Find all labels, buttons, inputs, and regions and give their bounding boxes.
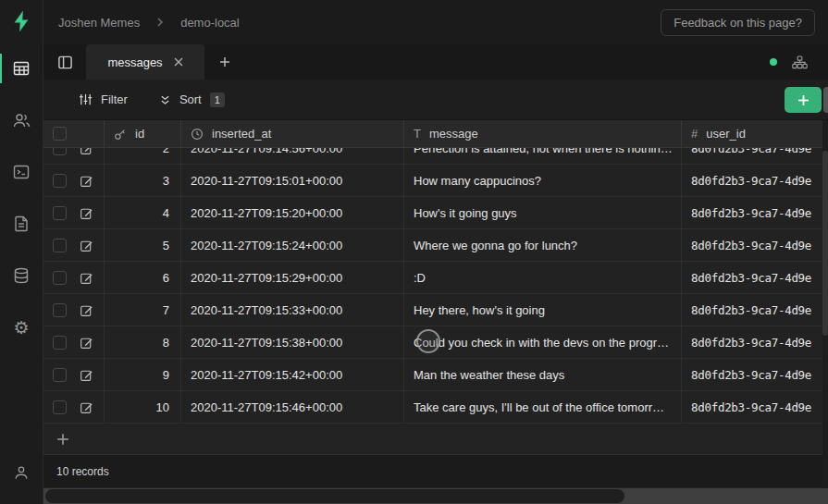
new-tab-button[interactable]	[204, 44, 245, 80]
sitemap-icon[interactable]	[792, 55, 808, 69]
cell-inserted-at[interactable]: 2020-11-27T09:15:38+00:00	[181, 326, 404, 358]
table-row[interactable]: 10 2020-11-27T09:15:46+00:00 Take care g…	[43, 391, 828, 424]
breadcrumb-project[interactable]: demo-local	[180, 16, 240, 30]
cell-user-id[interactable]: 8d0fd2b3-9ca7-4d9e	[682, 165, 828, 196]
select-all-checkbox[interactable]	[53, 127, 67, 141]
sidebar-item-settings[interactable]: ⚙	[0, 309, 43, 346]
table-icon	[12, 59, 31, 78]
supabase-logo-icon[interactable]	[9, 9, 33, 33]
cell-user-id[interactable]: 8d0fd2b3-9ca7-4d9e	[682, 294, 828, 326]
tab-close-icon[interactable]	[174, 57, 183, 67]
horizontal-scrollbar[interactable]	[43, 488, 828, 504]
cell-message[interactable]: Where we gonna go for lunch?	[404, 229, 682, 261]
filter-button[interactable]: Filter	[79, 92, 128, 106]
cell-id[interactable]: 6	[105, 262, 181, 293]
row-select-cell	[43, 294, 105, 326]
sidebar-item-docs[interactable]	[0, 205, 43, 242]
cell-message[interactable]: How many cappucinos?	[404, 165, 682, 196]
cell-inserted-at[interactable]: 2020-11-27T09:14:56+00:00	[181, 148, 404, 165]
table-row[interactable]: 8 2020-11-27T09:15:38+00:00 Could you ch…	[43, 326, 828, 359]
cell-id[interactable]: 2	[105, 148, 181, 165]
row-checkbox[interactable]	[53, 239, 67, 252]
edit-row-icon[interactable]	[80, 303, 93, 317]
edit-row-icon[interactable]	[80, 368, 93, 382]
column-header-inserted-at[interactable]: inserted_at	[181, 120, 404, 147]
cell-user-id[interactable]: 8d0fd2b3-9ca7-4d9e	[682, 262, 828, 293]
edit-row-icon[interactable]	[80, 206, 93, 220]
edit-row-icon[interactable]	[80, 400, 93, 414]
table-row[interactable]: 5 2020-11-27T09:15:24+00:00 Where we gon…	[43, 229, 828, 262]
table-row[interactable]: 2 2020-11-27T09:14:56+00:00 Perfection i…	[43, 148, 828, 165]
cell-user-id[interactable]: 8d0fd2b3-9ca7-4d9e	[682, 148, 828, 165]
cell-user-id[interactable]: 8d0fd2b3-9ca7-4d9e	[682, 359, 828, 390]
row-checkbox[interactable]	[53, 148, 67, 155]
cell-message[interactable]: How's it going guys	[404, 197, 682, 228]
cell-user-id[interactable]: 8d0fd2b3-9ca7-4d9e	[682, 326, 828, 358]
cell-inserted-at[interactable]: 2020-11-27T09:15:29+00:00	[181, 262, 404, 293]
sidebar-item-sql-editor[interactable]	[0, 154, 43, 191]
cell-id[interactable]: 3	[105, 165, 181, 196]
cell-id[interactable]: 5	[105, 229, 181, 261]
cell-inserted-at[interactable]: 2020-11-27T09:15:01+00:00	[181, 165, 404, 196]
cell-message[interactable]: :D	[404, 262, 682, 293]
row-checkbox[interactable]	[53, 174, 67, 188]
cell-id[interactable]: 10	[105, 391, 181, 423]
breadcrumb-org[interactable]: Joshen Memes	[58, 16, 140, 30]
column-header-user-id[interactable]: # user_id	[682, 120, 828, 147]
file-icon	[12, 215, 31, 233]
insert-row-button[interactable]	[785, 87, 822, 113]
add-row-button[interactable]	[43, 424, 828, 455]
cell-id[interactable]: 9	[105, 359, 181, 390]
vertical-scrollbar-thumb[interactable]	[822, 151, 828, 336]
horizontal-scrollbar-thumb[interactable]	[45, 489, 624, 503]
row-checkbox[interactable]	[53, 400, 67, 414]
sort-button[interactable]: Sort 1	[159, 92, 225, 107]
cell-user-id[interactable]: 8d0fd2b3-9ca7-4d9e	[682, 229, 828, 261]
table-row[interactable]: 6 2020-11-27T09:15:29+00:00 :D 8d0fd2b3-…	[43, 262, 828, 294]
column-header-message[interactable]: T message	[404, 120, 682, 147]
cell-message[interactable]: Hey there, how's it going	[404, 294, 682, 326]
cell-message[interactable]: Take care guys, I'll be out of the offic…	[404, 391, 682, 423]
edit-row-icon[interactable]	[80, 239, 93, 252]
tab-messages[interactable]: messages	[86, 44, 204, 80]
edit-row-icon[interactable]	[80, 174, 93, 188]
cell-inserted-at[interactable]: 2020-11-27T09:15:42+00:00	[181, 359, 404, 390]
tabbar-right-controls	[770, 44, 828, 80]
cell-id[interactable]: 8	[105, 326, 181, 358]
cell-inserted-at[interactable]: 2020-11-27T09:15:33+00:00	[181, 294, 404, 326]
sidebar-collapse-button[interactable]	[43, 44, 86, 80]
row-checkbox[interactable]	[53, 368, 67, 382]
row-checkbox[interactable]	[53, 336, 67, 350]
table-row[interactable]: 4 2020-11-27T09:15:20+00:00 How's it goi…	[43, 197, 828, 229]
edit-row-icon[interactable]	[80, 148, 93, 155]
cell-message[interactable]: Perfection is attained, not when there i…	[404, 148, 682, 165]
edit-row-icon[interactable]	[80, 271, 93, 285]
cell-user-id[interactable]: 8d0fd2b3-9ca7-4d9e	[682, 391, 828, 423]
main-area: Joshen Memes demo-local Feedback on this…	[43, 0, 828, 504]
cell-inserted-at[interactable]: 2020-11-27T09:15:46+00:00	[181, 391, 404, 423]
row-checkbox[interactable]	[53, 271, 67, 285]
row-checkbox[interactable]	[53, 206, 67, 220]
sidebar-item-authentication[interactable]	[0, 102, 43, 139]
cell-id[interactable]: 7	[105, 294, 181, 326]
edit-row-icon[interactable]	[80, 336, 93, 350]
table-row[interactable]: 3 2020-11-27T09:15:01+00:00 How many cap…	[43, 165, 828, 197]
sidebar-item-table-editor[interactable]	[0, 50, 43, 87]
sidebar-item-account[interactable]	[0, 454, 43, 491]
cell-inserted-at[interactable]: 2020-11-27T09:15:20+00:00	[181, 197, 404, 228]
cell-inserted-at[interactable]: 2020-11-27T09:15:24+00:00	[181, 229, 404, 261]
cell-message[interactable]: Could you check in with the devs on the …	[404, 326, 682, 358]
feedback-button[interactable]: Feedback on this page?	[661, 9, 815, 36]
cell-user-id[interactable]: 8d0fd2b3-9ca7-4d9e	[682, 197, 828, 228]
table-row[interactable]: 7 2020-11-27T09:15:33+00:00 Hey there, h…	[43, 294, 828, 326]
terminal-icon	[12, 163, 31, 181]
row-checkbox[interactable]	[53, 303, 67, 317]
user-icon	[13, 464, 30, 481]
cell-message[interactable]: Man the weather these days	[404, 359, 682, 390]
cell-id[interactable]: 4	[105, 197, 181, 228]
sidebar-item-database[interactable]	[0, 257, 43, 294]
row-select-cell	[43, 326, 105, 358]
vertical-scrollbar[interactable]	[822, 120, 828, 488]
column-header-id[interactable]: id	[105, 120, 181, 147]
table-row[interactable]: 9 2020-11-27T09:15:42+00:00 Man the weat…	[43, 359, 828, 391]
